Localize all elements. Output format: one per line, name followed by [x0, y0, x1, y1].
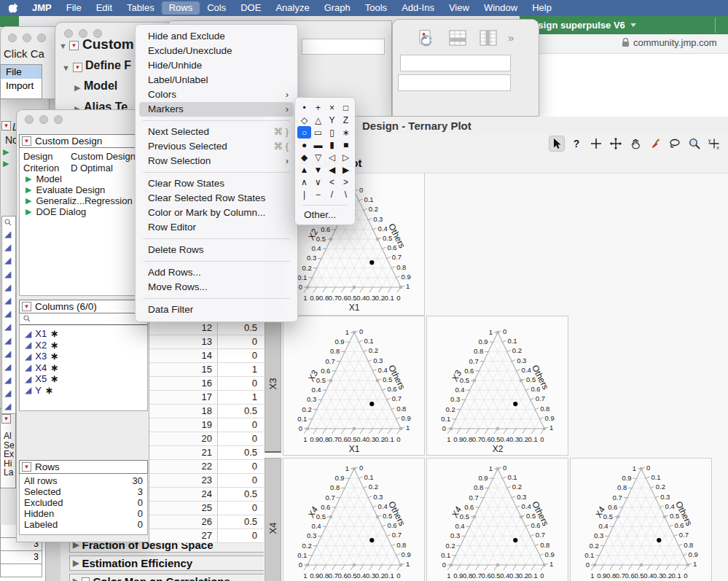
disclosure-triangle-icon[interactable]: ▼ — [62, 63, 70, 72]
arrow-tool-icon[interactable] — [549, 136, 565, 152]
red-triangle-icon[interactable]: ▼ — [1, 414, 11, 424]
column-item-y[interactable]: ◢Y∗ — [20, 385, 147, 397]
crosshair-tool-icon[interactable] — [588, 136, 604, 152]
table-row[interactable]: 140 — [149, 349, 264, 363]
column-item-x1[interactable]: ◢X1∗ — [20, 328, 147, 340]
menu-view[interactable]: View — [442, 1, 477, 15]
rows-header[interactable]: ▼ Rows — [19, 460, 148, 474]
column-item-x2[interactable]: ◢X2∗ — [20, 340, 147, 351]
marker-option[interactable]: > — [339, 176, 353, 188]
marker-option[interactable]: ∧ — [297, 176, 311, 188]
list-item-import[interactable]: Import — [1, 79, 42, 93]
red-triangle-icon[interactable]: ▼ — [22, 136, 31, 146]
row-number-cell[interactable]: 21 — [149, 446, 217, 459]
table-row[interactable]: 200 — [149, 432, 264, 446]
outline-item-doe-dialog[interactable]: ▶DOE Dialog — [20, 206, 147, 217]
value-cell[interactable]: 0.5 — [217, 488, 264, 501]
disclosure-arrow-icon[interactable]: ▶ — [3, 147, 9, 157]
columns-search-input[interactable] — [20, 313, 147, 325]
marker-option[interactable]: ● — [297, 139, 311, 151]
row-number-cell[interactable]: 24 — [149, 488, 217, 501]
marker-option[interactable]: × — [325, 101, 339, 114]
marker-option[interactable]: Y — [325, 114, 339, 126]
marker-option[interactable]: ∨ — [311, 176, 325, 188]
marker-option[interactable]: ▯ — [325, 126, 339, 139]
list-item-file[interactable]: File — [1, 65, 42, 79]
help-tool-icon[interactable]: ? — [568, 136, 584, 152]
menu-rows[interactable]: Rows — [162, 1, 200, 15]
outline-item-generaliz-regression[interactable]: ▶Generaliz...Regression — [20, 195, 147, 206]
disclosure-arrow-icon[interactable]: ▶ — [26, 196, 31, 206]
marker-option[interactable]: ◀ — [325, 163, 339, 176]
grabber-tool-icon[interactable] — [627, 136, 643, 152]
toolbar-overflow-icon[interactable]: » — [508, 31, 514, 44]
marker-option[interactable]: | — [297, 188, 311, 200]
red-triangle-icon[interactable]: ▼ — [22, 302, 31, 311]
disclosure-arrow-icon[interactable]: ▶ — [3, 159, 9, 168]
value-cell[interactable]: 1 — [217, 363, 264, 376]
window-controls[interactable] — [8, 34, 46, 42]
value-cell[interactable]: 0.5 — [217, 515, 264, 529]
row-number-cell[interactable]: 15 — [149, 363, 217, 376]
menu-item-markers[interactable]: Markers› — [139, 102, 294, 117]
value-cell[interactable]: 0 — [217, 460, 264, 473]
table-row[interactable]: 190 — [149, 418, 264, 432]
disclosure-arrow-icon[interactable]: ▶ — [73, 558, 79, 568]
marker-option[interactable]: ▭ — [311, 126, 325, 139]
red-triangle-icon[interactable]: ▼ — [22, 462, 31, 472]
table-row[interactable]: 260.5 — [149, 515, 264, 529]
checkbox[interactable] — [82, 577, 90, 581]
red-triangle-icon[interactable]: ▼ — [73, 63, 82, 72]
menu-jmp[interactable]: JMP — [25, 1, 59, 15]
value-cell[interactable]: 0 — [217, 474, 264, 487]
column-item-x4[interactable]: ◢X4∗ — [20, 362, 147, 374]
menu-item-next-selected[interactable]: Next Selected⌘ } — [136, 125, 297, 139]
disclosure-arrow-icon[interactable]: ▶ — [26, 174, 31, 184]
menu-graph[interactable]: Graph — [317, 1, 358, 15]
row-number-cell[interactable]: 19 — [149, 418, 217, 432]
menu-add-ins[interactable]: Add-Ins — [394, 1, 442, 15]
menu-tables[interactable]: Tables — [120, 1, 162, 15]
marker-option[interactable]: − — [311, 188, 325, 200]
menu-cols[interactable]: Cols — [200, 1, 233, 15]
menu-analyze[interactable]: Analyze — [268, 1, 316, 15]
value-cell[interactable]: 0 — [217, 349, 264, 362]
table-row[interactable]: 151 — [149, 363, 264, 377]
disclosure-arrow-icon[interactable]: ▶ — [26, 185, 31, 195]
menu-item-row-editor[interactable]: Row Editor — [136, 220, 297, 235]
chevron-down-icon[interactable] — [630, 23, 636, 27]
row-number-cell[interactable]: 17 — [149, 391, 217, 404]
row-number-cell[interactable]: 26 — [149, 515, 217, 529]
menu-item-other[interactable]: Other... — [295, 207, 355, 220]
marker-option[interactable]: □ — [339, 101, 353, 114]
toolbar-field[interactable] — [400, 55, 511, 71]
row-number-cell[interactable]: 25 — [149, 502, 217, 515]
disclosure-triangle-icon[interactable]: ▶ — [74, 83, 80, 93]
jmp-script-icon[interactable] — [416, 28, 435, 47]
menu-item-exclude-unexclude[interactable]: Exclude/Unexclude — [136, 44, 297, 58]
table-row[interactable]: 120.5 — [149, 321, 264, 335]
menu-item-color-or-mark-by-column-[interactable]: Color or Mark by Column... — [136, 206, 297, 220]
move-tool-icon[interactable] — [608, 136, 624, 152]
marker-option[interactable]: ■ — [339, 139, 353, 151]
table-row[interactable]: 220 — [149, 460, 264, 474]
marker-option[interactable]: Z — [339, 114, 353, 126]
marker-option[interactable]: ◁ — [325, 151, 339, 163]
row-number-cell[interactable]: 14 — [149, 349, 217, 362]
column-item-x5[interactable]: ◢X5∗ — [20, 373, 147, 385]
columns-header[interactable]: ▼ Columns (6/0) — [19, 300, 148, 313]
browser-tab-fragment[interactable] — [0, 16, 19, 27]
red-triangle-icon[interactable]: ▼ — [1, 121, 11, 130]
value-cell[interactable]: 0.5 — [217, 321, 264, 335]
table-rows-icon[interactable] — [449, 30, 466, 46]
menu-item-hide-unhide[interactable]: Hide/Unhide — [136, 58, 297, 73]
table-row[interactable]: 130 — [149, 335, 264, 349]
marker-option[interactable]: ◆ — [297, 151, 311, 163]
menu-doe[interactable]: DOE — [233, 1, 268, 15]
marker-option[interactable]: ▮ — [325, 139, 339, 151]
row-number-cell[interactable]: 12 — [149, 321, 217, 335]
brush-tool-icon[interactable] — [647, 136, 663, 152]
menu-item-hide-and-exclude[interactable]: Hide and Exclude — [136, 29, 297, 44]
marker-option[interactable]: ▽ — [311, 151, 325, 163]
disclosure-arrow-icon[interactable]: ▶ — [26, 207, 31, 217]
